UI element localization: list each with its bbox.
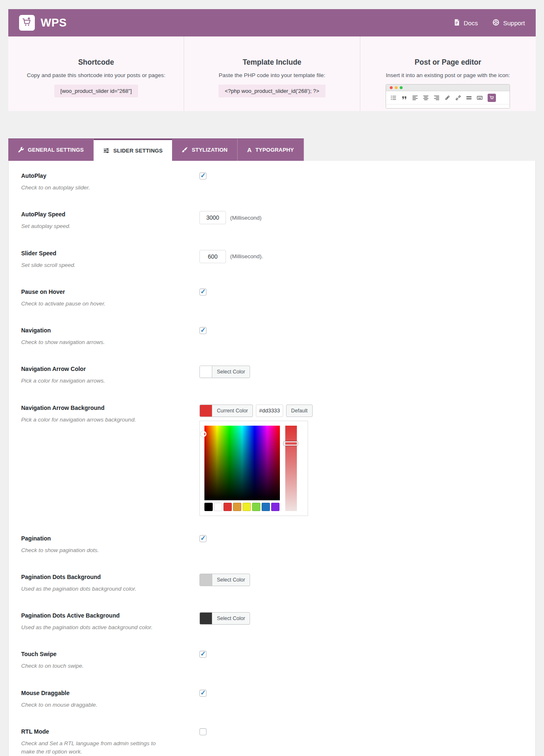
align-left-icon (412, 95, 418, 101)
navigation-checkbox[interactable] (199, 327, 206, 334)
setting-description: Set slide scroll speed. (21, 261, 159, 269)
shortcode-title: Shortcode (20, 58, 172, 67)
setting-label: Pagination Dots Background (21, 574, 199, 580)
setting-label: AutoPlay (21, 172, 199, 179)
shade-strip-handle[interactable] (284, 441, 298, 446)
info-strip: Shortcode Copy and paste this shortcode … (8, 36, 536, 111)
setting-description: Set autoplay speed. (21, 222, 159, 230)
mouse-draggable-checkbox[interactable] (199, 690, 206, 697)
app-title: WPS (41, 17, 67, 29)
palette-swatch[interactable] (223, 503, 232, 511)
setting-row-navigation: Navigation Check to show navigation arro… (21, 327, 523, 346)
setting-description: Check to show navigation arrows. (21, 338, 159, 346)
setting-description: Used as the pagination dots background c… (21, 585, 159, 593)
millisecond-note: (Millisecond). (230, 253, 263, 259)
setting-row-navigation-arrow-background: Navigation Arrow Background Pick a color… (21, 405, 523, 516)
support-link[interactable]: Support (493, 19, 525, 27)
setting-row-slider-speed: Slider Speed Set slide scroll speed. (Mi… (21, 250, 523, 269)
tab-stylization[interactable]: STYLIZATION (172, 138, 237, 161)
tab-label: STYLIZATION (192, 147, 227, 153)
pagination-checkbox[interactable] (199, 535, 206, 542)
tab-slider-settings[interactable]: SLIDER SETTINGS (94, 138, 172, 161)
editor-mock-toolbar (386, 91, 510, 104)
editor-mock-titlebar (386, 85, 510, 91)
current-color-button[interactable]: Current Color (199, 405, 253, 417)
tab-typography[interactable]: A TYPOGRAPHY (238, 138, 304, 161)
lifebuoy-icon (493, 19, 499, 27)
setting-label: RTL Mode (21, 728, 199, 735)
setting-description: Check to on autoplay slider. (21, 184, 159, 192)
setting-row-rtl-mode: RTL Mode Check and Set a RTL language fr… (21, 728, 523, 756)
autoplay-checkbox[interactable] (199, 172, 206, 179)
tab-label: GENERAL SETTINGS (28, 147, 84, 153)
cart-icon (22, 17, 32, 29)
slider-settings-panel: AutoPlay Check to on autoplay slider. Au… (8, 161, 536, 756)
palette-swatch[interactable] (214, 503, 222, 511)
shade-strip[interactable] (285, 426, 297, 511)
current-color-row: Current Color Default (199, 405, 523, 417)
setting-label: AutoPlay Speed (21, 211, 199, 218)
tab-general-settings[interactable]: GENERAL SETTINGS (8, 138, 94, 161)
docs-link[interactable]: Docs (454, 19, 478, 27)
palette-swatch[interactable] (262, 503, 270, 511)
color-swatch (200, 366, 212, 378)
editor-mock-content (386, 104, 510, 108)
template-include-card: Template Include Paste the PHP code into… (184, 36, 359, 111)
template-include-code: <?php woo_product_slider_id('268'); ?> (219, 85, 325, 97)
setting-row-navigation-arrow-color: Navigation Arrow Color Pick a color for … (21, 366, 523, 385)
setting-description: Check to activate pause on hover. (21, 300, 159, 308)
setting-description: Used as the pagination dots active backg… (21, 623, 159, 632)
palette-swatch[interactable] (271, 503, 279, 511)
color-swatch (200, 613, 212, 624)
pagination-dots-bg-select-button[interactable]: Select Color (199, 574, 250, 586)
editor-mock-window (386, 84, 510, 109)
millisecond-note: (Millisecond) (230, 215, 262, 221)
setting-description: Check to on touch swipe. (21, 662, 159, 670)
setting-row-touch-swipe: Touch Swipe Check to on touch swipe. (21, 651, 523, 670)
window-dot-yellow (395, 86, 398, 89)
palette-swatch[interactable] (233, 503, 241, 511)
tab-label: TYPOGRAPHY (255, 147, 294, 153)
default-color-button[interactable]: Default (286, 405, 313, 417)
setting-description: Pick a color for navigation arrows backg… (21, 416, 159, 424)
app-logo (19, 15, 35, 31)
palette-swatch[interactable] (252, 503, 260, 511)
setting-description: Pick a color for navigation arrows. (21, 377, 159, 385)
palette-swatch[interactable] (243, 503, 251, 511)
select-color-label: Select Color (212, 613, 250, 624)
docs-label: Docs (464, 19, 478, 27)
touch-swipe-checkbox[interactable] (199, 651, 206, 658)
setting-label: Pause on Hover (21, 288, 199, 295)
shortcode-description: Copy and paste this shortcode into your … (20, 72, 172, 78)
pause-on-hover-checkbox[interactable] (199, 288, 206, 296)
template-include-title: Template Include (196, 58, 348, 67)
tab-label: SLIDER SETTINGS (113, 148, 163, 154)
unlink-icon (455, 95, 461, 101)
saturation-value-square[interactable] (204, 426, 280, 500)
nav-arrow-color-select-button[interactable]: Select Color (199, 366, 250, 378)
select-color-label: Select Color (212, 574, 250, 586)
setting-row-autoplay: AutoPlay Check to on autoplay slider. (21, 172, 523, 192)
blockquote-icon (401, 95, 407, 101)
align-right-icon (434, 95, 440, 101)
autoplay-speed-input[interactable] (199, 211, 226, 224)
current-color-label: Current Color (212, 405, 253, 417)
product-slider-cart-icon (488, 94, 496, 102)
app-header: WPS Docs (8, 9, 536, 36)
page-editor-description: Insert it into an existing post or page … (372, 72, 524, 78)
typography-icon: A (247, 146, 252, 153)
window-dot-green (400, 86, 403, 89)
palette-swatch[interactable] (204, 503, 213, 511)
slider-speed-input[interactable] (199, 250, 226, 263)
rtl-mode-checkbox[interactable] (199, 728, 206, 735)
keyboard-icon (477, 95, 483, 101)
toolbar-toggle-icon (466, 95, 472, 101)
color-palette (204, 503, 280, 511)
hex-color-input[interactable] (256, 405, 283, 417)
setting-row-pagination-dots-active-background: Pagination Dots Active Background Used a… (21, 612, 523, 632)
color-picker-handle[interactable] (201, 431, 206, 437)
page-editor-title: Post or Page editor (372, 58, 524, 67)
color-swatch (200, 574, 212, 586)
pagination-dots-active-bg-select-button[interactable]: Select Color (199, 612, 250, 625)
setting-label: Navigation Arrow Color (21, 366, 199, 372)
